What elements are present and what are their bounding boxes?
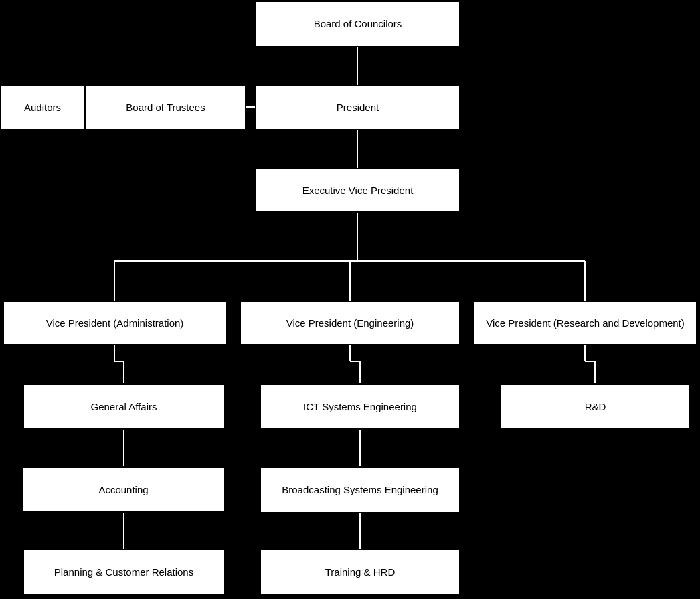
accounting: Accounting [22, 466, 225, 513]
executive-vp: Executive Vice President [255, 168, 460, 213]
vp-administration: Vice President (Administration) [3, 301, 227, 345]
general-affairs: General Affairs [23, 383, 225, 430]
board-of-trustees: Board of Trustees [85, 85, 246, 130]
training-hrd: Training & HRD [260, 549, 460, 596]
rnd: R&D [500, 383, 691, 430]
vp-rd: Vice President (Research and Development… [473, 301, 697, 345]
vp-engineering: Vice President (Engineering) [240, 301, 460, 345]
president: President [255, 85, 460, 130]
broadcasting-systems-engineering: Broadcasting Systems Engineering [260, 466, 460, 513]
board-of-councilors: Board of Councilors [255, 1, 460, 47]
auditors: Auditors [0, 85, 85, 130]
planning-customer-relations: Planning & Customer Relations [23, 549, 225, 596]
ict-systems-engineering: ICT Systems Engineering [260, 383, 460, 430]
